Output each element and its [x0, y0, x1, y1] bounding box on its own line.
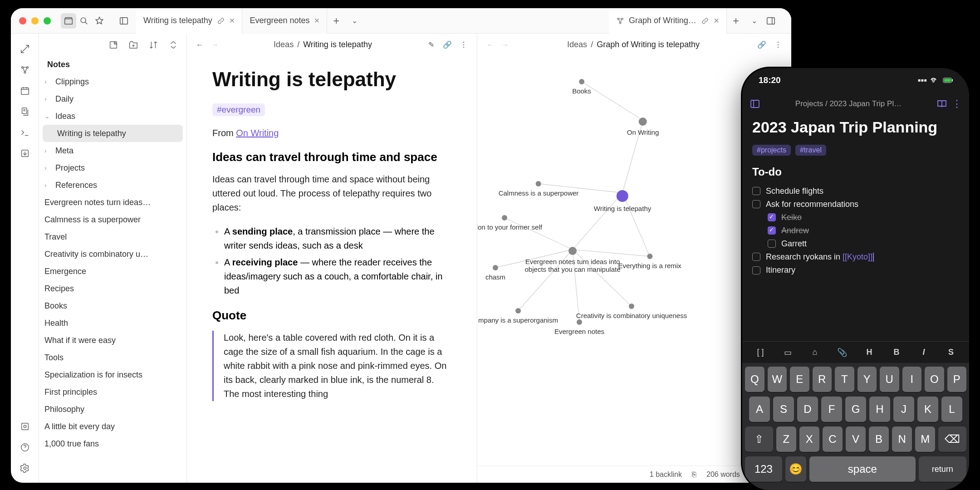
- sidebar-item[interactable]: Philosophy: [39, 401, 186, 418]
- key-g[interactable]: G: [845, 397, 866, 422]
- sidebar-item[interactable]: Tools: [39, 349, 186, 366]
- sidebar-item[interactable]: A little bit every day: [39, 418, 186, 435]
- toolbar-attachment[interactable]: 📎: [833, 348, 851, 358]
- tag[interactable]: #projects: [752, 145, 791, 156]
- key-t[interactable]: T: [835, 367, 854, 392]
- sidebar-item[interactable]: What if it were easy: [39, 332, 186, 349]
- tab-evergreen-notes[interactable]: Evergreen notes ×: [242, 8, 327, 34]
- checkbox[interactable]: [752, 187, 760, 195]
- close-tab-icon[interactable]: ×: [230, 15, 235, 26]
- breadcrumb[interactable]: Ideas / Graph of Writing is telepathy: [516, 40, 750, 49]
- more-icon[interactable]: ⋮: [771, 38, 785, 52]
- nav-back-button[interactable]: ←: [193, 39, 206, 51]
- key-space[interactable]: space: [809, 456, 916, 482]
- quick-switcher-icon[interactable]: [16, 40, 34, 58]
- phone-editor[interactable]: 2023 Japan Trip Planning #projects#trave…: [742, 115, 969, 279]
- more-icon[interactable]: ⋮: [952, 98, 962, 110]
- sidebar-item[interactable]: Calmness is a superpower: [39, 211, 186, 228]
- graph-node[interactable]: Books: [572, 79, 591, 95]
- todo-item[interactable]: Research ryokans in [[Kyoto]]: [752, 250, 959, 264]
- key-o[interactable]: O: [925, 367, 944, 392]
- key-b[interactable]: B: [869, 426, 889, 452]
- key-d[interactable]: D: [797, 397, 818, 422]
- key-😊[interactable]: 😊: [785, 456, 806, 482]
- chevron-icon[interactable]: ›: [44, 164, 53, 172]
- maximize-window-button[interactable]: [44, 17, 51, 24]
- sidebar-item[interactable]: 1,000 true fans: [39, 435, 186, 452]
- right-sidebar-toggle[interactable]: [763, 13, 779, 29]
- vault-switcher-icon[interactable]: [16, 417, 34, 436]
- sidebar-item[interactable]: ›Meta: [39, 142, 186, 159]
- sidebar-item[interactable]: Emergence: [39, 263, 186, 280]
- key-m[interactable]: M: [915, 426, 935, 452]
- checkbox[interactable]: [768, 240, 776, 248]
- key-return[interactable]: return: [919, 456, 966, 482]
- toolbar-brackets[interactable]: [ ]: [751, 348, 769, 357]
- new-note-icon[interactable]: [106, 37, 121, 53]
- sidebar-item[interactable]: Travel: [39, 228, 186, 245]
- sidebar-item[interactable]: ⌄Ideas: [39, 108, 186, 125]
- checkbox[interactable]: [752, 200, 760, 208]
- graph-node[interactable]: Creativity is combinatory uniqueness: [576, 304, 687, 319]
- todo-item[interactable]: Itinerary: [752, 264, 959, 277]
- sidebar-item[interactable]: Recipes: [39, 280, 186, 297]
- key-k[interactable]: K: [917, 397, 938, 422]
- checkbox[interactable]: [752, 253, 760, 261]
- sidebar-item[interactable]: Creativity is combinatory u…: [39, 245, 186, 263]
- graph-node[interactable]: Everything is a remix: [618, 254, 681, 270]
- help-icon[interactable]: [16, 438, 34, 456]
- nav-forward-button[interactable]: →: [499, 39, 512, 51]
- sidebar-item[interactable]: Specialization is for insects: [39, 366, 186, 383]
- search-button[interactable]: [76, 13, 92, 29]
- checkbox[interactable]: [752, 266, 760, 274]
- sidebar-item[interactable]: Evergreen notes turn ideas…: [39, 194, 186, 211]
- breadcrumb[interactable]: Ideas / Writing is telepathy: [226, 40, 420, 49]
- link-on-writing[interactable]: On Writing: [236, 128, 279, 138]
- left-sidebar-icon[interactable]: [750, 98, 760, 109]
- toolbar-page[interactable]: ▭: [779, 348, 797, 358]
- edit-mode-icon[interactable]: ✎: [424, 38, 438, 52]
- graph-node[interactable]: mpany is a superorganism: [478, 308, 558, 324]
- toolbar-heading[interactable]: H: [860, 348, 878, 357]
- key-y[interactable]: Y: [858, 367, 877, 392]
- link-icon[interactable]: 🔗: [755, 38, 769, 52]
- tab-writing-telepathy[interactable]: Writing is telepathy ×: [136, 8, 242, 34]
- tab-graph[interactable]: Graph of Writing is t… ×: [609, 8, 727, 34]
- toolbar-italic[interactable]: I: [915, 348, 933, 357]
- key-q[interactable]: Q: [745, 367, 764, 392]
- command-icon[interactable]: [16, 123, 34, 142]
- key-f[interactable]: F: [821, 397, 842, 422]
- key-u[interactable]: U: [880, 367, 899, 392]
- chevron-icon[interactable]: ›: [44, 78, 53, 85]
- tab-dropdown-button[interactable]: ⌄: [345, 16, 363, 25]
- todo-item[interactable]: Andrew: [752, 224, 959, 237]
- key-⌫[interactable]: ⌫: [938, 426, 966, 452]
- vault-button[interactable]: [61, 13, 76, 29]
- tag-evergreen[interactable]: #evergreen: [212, 103, 265, 116]
- key-j[interactable]: J: [893, 397, 914, 422]
- sort-icon[interactable]: [146, 37, 161, 53]
- new-tab-button[interactable]: +: [327, 15, 345, 27]
- editor-content[interactable]: Writing is telepathy #evergreen From On …: [187, 56, 477, 483]
- phone-breadcrumb[interactable]: Projects / 2023 Japan Trip Pl…: [765, 99, 932, 108]
- toolbar-bold[interactable]: B: [887, 348, 906, 357]
- collapse-icon[interactable]: [166, 37, 181, 53]
- graph-node[interactable]: Evergreen notes turn ideas into objects …: [523, 247, 622, 273]
- key-v[interactable]: V: [846, 426, 866, 452]
- key-i[interactable]: I: [902, 367, 922, 392]
- key-z[interactable]: Z: [776, 426, 796, 452]
- close-window-button[interactable]: [19, 17, 26, 24]
- sidebar-item[interactable]: Health: [39, 314, 186, 332]
- key-n[interactable]: N: [892, 426, 912, 452]
- left-sidebar-toggle[interactable]: [116, 13, 132, 29]
- nav-forward-button[interactable]: →: [209, 39, 221, 51]
- backlinks-count[interactable]: 1 backlink: [650, 470, 682, 479]
- toolbar-strike[interactable]: S: [942, 348, 960, 357]
- calendar-icon[interactable]: [16, 82, 34, 100]
- chevron-icon[interactable]: ›: [44, 95, 53, 103]
- checkbox[interactable]: [768, 226, 776, 235]
- close-tab-icon[interactable]: ×: [714, 15, 719, 26]
- link-icon[interactable]: 🔗: [441, 38, 454, 52]
- book-icon[interactable]: ⎘: [692, 470, 696, 479]
- todo-item[interactable]: Schedule flights: [752, 185, 959, 198]
